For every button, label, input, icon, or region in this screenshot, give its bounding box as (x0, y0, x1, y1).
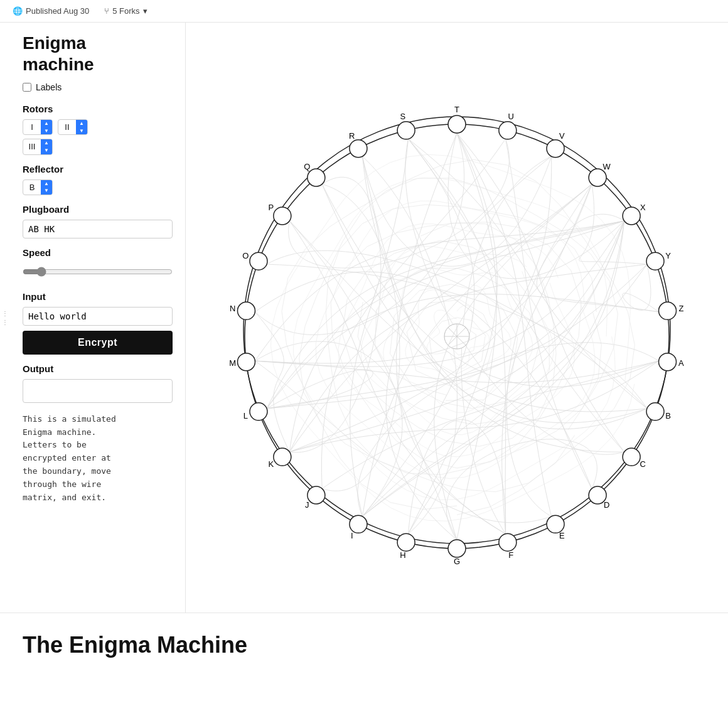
app-title: Enigmamachine (23, 33, 173, 75)
svg-text:H: H (400, 550, 405, 560)
speed-label: Speed (23, 247, 173, 258)
svg-text:Y: Y (665, 251, 671, 260)
reflector-down[interactable]: ▼ (41, 187, 52, 195)
reflector-section: Reflector B ▲ ▼ (23, 164, 173, 195)
output-section: Output (23, 363, 173, 403)
svg-point-15 (547, 140, 564, 158)
svg-point-19 (623, 207, 640, 225)
svg-text:G: G (454, 557, 460, 566)
svg-text:S: S (400, 112, 406, 121)
rotor1-down[interactable]: ▼ (41, 127, 52, 135)
svg-point-43 (308, 486, 325, 504)
svg-point-37 (448, 540, 466, 557)
svg-point-27 (646, 403, 664, 420)
svg-point-35 (499, 533, 517, 551)
rotor2-down[interactable]: ▼ (76, 127, 87, 135)
encrypt-button[interactable]: Encrypt (23, 331, 173, 355)
svg-text:A: A (678, 358, 684, 368)
sidebar: Enigmamachine Labels Rotors I ▲ ▼ II ▲ (10, 23, 186, 613)
rotor1-select[interactable]: I ▲ ▼ (23, 119, 53, 135)
svg-text:M: M (229, 358, 236, 368)
svg-point-29 (623, 448, 640, 466)
published-label: Published Aug 30 (26, 6, 89, 16)
svg-text:P: P (268, 203, 274, 212)
reflector-up[interactable]: ▲ (41, 180, 52, 188)
rotor3-select[interactable]: III ▲ ▼ (23, 139, 53, 154)
plugboard-label: Plugboard (23, 204, 173, 215)
svg-text:X: X (640, 203, 646, 212)
reflector-select[interactable]: B ▲ ▼ (23, 179, 53, 195)
output-label: Output (23, 363, 173, 374)
svg-point-45 (274, 448, 291, 466)
rotors-row: I ▲ ▼ II ▲ ▼ (23, 119, 173, 135)
svg-text:R: R (349, 131, 355, 141)
svg-text:Q: Q (304, 162, 310, 171)
svg-point-55 (274, 207, 291, 225)
input-field[interactable] (23, 307, 173, 326)
rotor2-value: II (58, 121, 76, 133)
rotors-label: Rotors (23, 104, 173, 114)
enigma-diagram: TUVWXYZABCDEFGHIJKLMNOPQRS (225, 35, 689, 600)
svg-point-33 (547, 515, 564, 533)
rotors-row2: III ▲ ▼ (23, 139, 173, 154)
rotor1-value: I (23, 121, 41, 133)
svg-text:D: D (604, 500, 609, 510)
top-bar: 🌐 Published Aug 30 ⑂ 5 Forks ▾ (0, 0, 728, 23)
plugboard-section: Plugboard (23, 204, 173, 238)
published-info: 🌐 Published Aug 30 (13, 6, 89, 16)
svg-text:E: E (559, 531, 565, 540)
output-field[interactable] (23, 379, 173, 403)
forks-info[interactable]: ⑂ 5 Forks ▾ (104, 6, 147, 16)
svg-text:N: N (230, 304, 235, 313)
svg-text:O: O (242, 251, 249, 260)
svg-point-17 (589, 169, 606, 186)
svg-point-53 (250, 252, 267, 270)
labels-checkbox[interactable] (23, 83, 31, 92)
svg-text:W: W (603, 162, 611, 171)
rotor3-down[interactable]: ▼ (41, 147, 52, 154)
svg-point-57 (308, 169, 325, 186)
svg-point-21 (646, 252, 664, 270)
svg-text:T: T (454, 105, 459, 114)
forks-label: 5 Forks (112, 6, 139, 16)
svg-text:L: L (244, 411, 248, 420)
rotor1-up[interactable]: ▲ (41, 120, 52, 127)
main-content: ⋮ ⋮ Enigmamachine Labels Rotors I ▲ ▼ (0, 23, 728, 613)
svg-text:V: V (559, 131, 565, 141)
rotor3-value: III (23, 141, 41, 153)
svg-point-51 (237, 302, 255, 319)
svg-point-49 (237, 353, 255, 371)
description-text: This is a simulated Enigma machine. Lett… (23, 413, 173, 505)
reflector-label: Reflector (23, 164, 173, 174)
svg-text:B: B (665, 411, 671, 420)
input-section: Input Encrypt (23, 291, 173, 355)
speed-section: Speed (23, 247, 173, 282)
svg-point-13 (499, 122, 517, 139)
plugboard-input[interactable] (23, 220, 173, 238)
svg-text:Z: Z (678, 304, 683, 313)
drag-handle[interactable]: ⋮ ⋮ (0, 23, 10, 613)
svg-point-11 (448, 115, 466, 133)
svg-point-47 (250, 403, 267, 420)
chevron-down-icon: ▾ (143, 6, 147, 16)
svg-point-23 (659, 302, 677, 319)
svg-text:K: K (268, 459, 274, 469)
bottom-section: The Enigma Machine (0, 613, 728, 671)
rotor3-up[interactable]: ▲ (41, 139, 52, 147)
labels-row: Labels (23, 82, 173, 92)
svg-text:U: U (508, 112, 513, 121)
speed-slider[interactable] (23, 267, 173, 277)
svg-text:F: F (508, 550, 513, 560)
rotor2-up[interactable]: ▲ (76, 120, 87, 127)
svg-text:C: C (640, 459, 646, 469)
labels-label[interactable]: Labels (36, 82, 62, 92)
rotor2-select[interactable]: II ▲ ▼ (58, 119, 88, 135)
fork-icon: ⑂ (104, 6, 109, 16)
svg-point-39 (397, 533, 415, 551)
input-label: Input (23, 291, 173, 302)
svg-point-61 (397, 122, 415, 139)
svg-point-25 (659, 353, 677, 371)
svg-text:I: I (351, 531, 353, 540)
bottom-title: The Enigma Machine (23, 632, 715, 658)
viz-area: TUVWXYZABCDEFGHIJKLMNOPQRS (186, 23, 728, 613)
